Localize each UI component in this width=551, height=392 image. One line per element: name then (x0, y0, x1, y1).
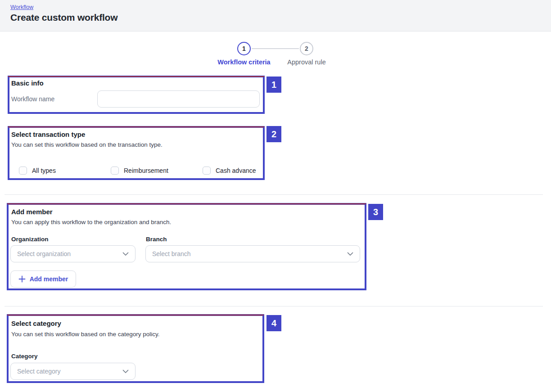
checkbox-box-icon[interactable] (203, 167, 211, 175)
checkbox-all-types[interactable]: All types (19, 167, 56, 175)
transaction-type-description: You can set this workflow based on the t… (11, 141, 163, 148)
branch-label: Branch (146, 236, 167, 243)
transaction-type-title: Select transaction type (11, 131, 85, 138)
organization-placeholder: Select organization (17, 250, 71, 257)
breadcrumb[interactable]: Workflow (10, 4, 33, 10)
workflow-name-input[interactable] (97, 90, 260, 108)
checkbox-label: All types (32, 167, 56, 174)
select-category-description: You can set this workflow based on the c… (11, 331, 159, 338)
step-1-number: 1 (242, 45, 246, 52)
checkbox-label: Cash advance (216, 167, 256, 174)
annotation-badge-3: 3 (368, 204, 383, 220)
branch-select[interactable]: Select branch (145, 245, 360, 262)
step-2-label: Approval rule (286, 59, 327, 66)
section-divider (5, 194, 543, 195)
category-label: Category (11, 353, 38, 360)
section-divider (5, 306, 543, 306)
chevron-down-icon (122, 369, 129, 374)
add-member-description: You can apply this workflow to the organ… (11, 219, 171, 225)
add-member-button[interactable]: Add member (10, 270, 76, 288)
step-1-circle[interactable]: 1 (237, 42, 251, 55)
select-category-title: Select category (11, 320, 61, 327)
plus-icon (18, 275, 26, 283)
workflow-name-label: Workflow name (11, 95, 54, 103)
checkbox-label: Reimbursement (124, 167, 168, 174)
add-member-button-label: Add member (30, 275, 68, 283)
checkbox-reimbursement[interactable]: Reimbursement (111, 167, 168, 175)
basic-info-title: Basic info (11, 79, 44, 87)
annotation-badge-1: 1 (266, 77, 281, 93)
category-placeholder: Select category (17, 368, 61, 375)
step-1-label: Workflow criteria (217, 59, 271, 66)
step-2-number: 2 (305, 45, 308, 52)
organization-select[interactable]: Select organization (10, 245, 135, 262)
step-connector (252, 48, 299, 49)
step-2-circle[interactable]: 2 (300, 42, 313, 55)
checkbox-box-icon[interactable] (111, 167, 119, 175)
checkbox-box-icon[interactable] (19, 167, 27, 175)
annotation-badge-4: 4 (266, 315, 281, 331)
create-custom-workflow-page: Workflow Create custom workflow 1 2 Work… (0, 0, 551, 392)
chevron-down-icon (122, 252, 129, 256)
add-member-title: Add member (11, 208, 53, 216)
branch-placeholder: Select branch (152, 250, 191, 257)
organization-label: Organization (11, 236, 49, 243)
page-header: Workflow Create custom workflow (0, 0, 551, 32)
annotation-badge-2: 2 (266, 126, 281, 142)
checkbox-cash-advance[interactable]: Cash advance (203, 167, 256, 175)
page-title: Create custom workflow (10, 12, 117, 23)
chevron-down-icon (347, 252, 353, 256)
category-select[interactable]: Select category (10, 363, 135, 380)
